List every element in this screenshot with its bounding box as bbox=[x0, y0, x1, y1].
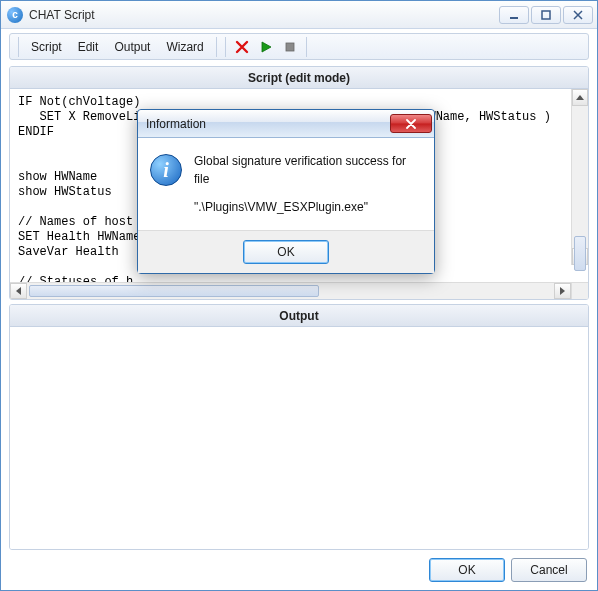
titlebar: c CHAT Script bbox=[1, 1, 597, 29]
dialog-ok-button[interactable]: OK bbox=[243, 240, 329, 264]
output-body[interactable] bbox=[10, 327, 588, 549]
svg-rect-0 bbox=[510, 17, 518, 19]
window-title: CHAT Script bbox=[29, 8, 95, 22]
output-panel: Output bbox=[9, 304, 589, 550]
menu-output[interactable]: Output bbox=[106, 36, 158, 58]
stop-button[interactable] bbox=[279, 36, 301, 58]
output-header: Output bbox=[10, 305, 588, 327]
menu-edit[interactable]: Edit bbox=[70, 36, 107, 58]
info-icon: i bbox=[150, 154, 182, 186]
scroll-left-icon[interactable] bbox=[10, 283, 27, 299]
dialog-line1: Global signature verification success fo… bbox=[194, 152, 420, 188]
vscroll-thumb[interactable] bbox=[574, 236, 586, 271]
dialog-close-button[interactable] bbox=[390, 114, 432, 133]
stop-red-button[interactable] bbox=[231, 36, 253, 58]
script-header: Script (edit mode) bbox=[10, 67, 588, 89]
dialog-titlebar: Information bbox=[138, 110, 434, 138]
maximize-button[interactable] bbox=[531, 6, 561, 24]
dialog-title: Information bbox=[146, 117, 390, 131]
minimize-button[interactable] bbox=[499, 6, 529, 24]
cancel-button[interactable]: Cancel bbox=[511, 558, 587, 582]
svg-rect-2 bbox=[286, 43, 294, 51]
toolbar: Script Edit Output Wizard bbox=[9, 33, 589, 60]
main-window: c CHAT Script Script Edit Output Wizard bbox=[0, 0, 598, 591]
svg-rect-1 bbox=[542, 11, 550, 19]
vertical-scrollbar[interactable] bbox=[571, 89, 588, 265]
bottom-bar: OK Cancel bbox=[1, 550, 597, 590]
menu-wizard[interactable]: Wizard bbox=[158, 36, 211, 58]
info-dialog: Information i Global signature verificat… bbox=[137, 109, 435, 274]
app-icon: c bbox=[7, 7, 23, 23]
hscroll-thumb[interactable] bbox=[29, 285, 319, 297]
dialog-line2: ".\Plugins\VMW_ESXPlugin.exe" bbox=[194, 198, 420, 216]
scroll-up-icon[interactable] bbox=[572, 89, 588, 106]
run-button[interactable] bbox=[255, 36, 277, 58]
scroll-right-icon[interactable] bbox=[554, 283, 571, 299]
menu-script[interactable]: Script bbox=[23, 36, 70, 58]
dialog-message: Global signature verification success fo… bbox=[194, 152, 420, 216]
ok-button[interactable]: OK bbox=[429, 558, 505, 582]
horizontal-scrollbar[interactable] bbox=[10, 282, 588, 299]
close-button[interactable] bbox=[563, 6, 593, 24]
